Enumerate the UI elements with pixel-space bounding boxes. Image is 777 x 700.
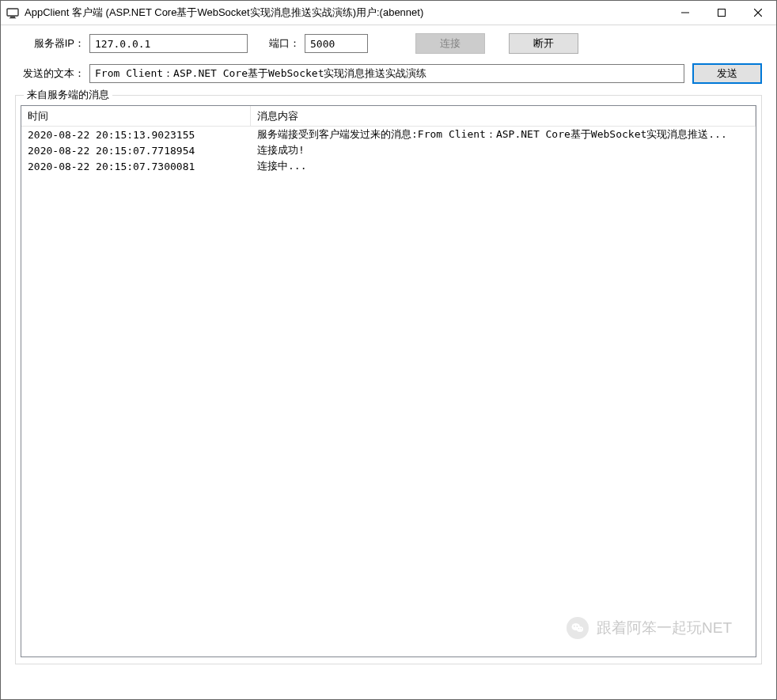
svg-point-11 (578, 628, 579, 629)
watermark-text: 跟着阿笨一起玩NET (597, 618, 732, 638)
svg-rect-0 (7, 9, 18, 16)
cell-time: 2020-08-22 20:15:13.9023155 (21, 129, 251, 141)
app-icon (6, 6, 20, 20)
column-message-header[interactable]: 消息内容 (251, 106, 756, 126)
connect-button: 连接 (415, 33, 485, 54)
server-ip-input[interactable] (89, 34, 248, 53)
wechat-icon (567, 617, 589, 639)
svg-point-10 (577, 626, 578, 627)
port-input[interactable] (305, 34, 368, 53)
listview-header: 时间 消息内容 (21, 106, 756, 127)
cell-message: 连接中... (251, 159, 756, 173)
list-item[interactable]: 2020-08-22 20:15:07.7300081 连接中... (21, 158, 756, 174)
send-row: 发送的文本： 发送 (15, 63, 762, 84)
groupbox-legend: 来自服务端的消息 (24, 88, 112, 102)
send-button[interactable]: 发送 (692, 63, 762, 84)
close-button[interactable] (740, 1, 776, 25)
svg-point-9 (574, 626, 575, 627)
column-time-header[interactable]: 时间 (21, 106, 251, 126)
server-ip-label: 服务器IP： (15, 36, 85, 51)
list-item[interactable]: 2020-08-22 20:15:13.9023155 服务端接受到客户端发过来… (21, 127, 756, 142)
maximize-button[interactable] (703, 1, 740, 25)
cell-message: 连接成功! (251, 143, 756, 157)
watermark: 跟着阿笨一起玩NET (567, 617, 732, 639)
send-text-label: 发送的文本： (15, 66, 85, 81)
window-controls (667, 1, 776, 25)
window-titlebar: AppClient 客户端 (ASP.NET Core基于WebSocket实现… (1, 1, 776, 25)
disconnect-button[interactable]: 断开 (509, 33, 578, 54)
minimize-button[interactable] (667, 1, 703, 25)
cell-time: 2020-08-22 20:15:07.7718954 (21, 145, 251, 157)
svg-point-8 (577, 626, 583, 632)
window-title: AppClient 客户端 (ASP.NET Core基于WebSocket实现… (25, 6, 667, 20)
svg-rect-4 (718, 9, 726, 17)
cell-time: 2020-08-22 20:15:07.7300081 (21, 161, 251, 172)
svg-rect-1 (10, 17, 15, 18)
listview-body: 2020-08-22 20:15:13.9023155 服务端接受到客户端发过来… (21, 127, 756, 174)
messages-listview[interactable]: 时间 消息内容 2020-08-22 20:15:13.9023155 服务端接… (21, 105, 756, 657)
client-area: 服务器IP： 端口： 连接 断开 发送的文本： 发送 来自服务端的消息 时间 消… (1, 25, 776, 674)
send-text-input[interactable] (89, 64, 684, 83)
cell-message: 服务端接受到客户端发过来的消息:From Client：ASP.NET Core… (251, 127, 756, 142)
port-label: 端口： (252, 36, 300, 51)
list-item[interactable]: 2020-08-22 20:15:07.7718954 连接成功! (21, 142, 756, 158)
svg-point-12 (581, 628, 582, 629)
messages-groupbox: 来自服务端的消息 时间 消息内容 2020-08-22 20:15:13.902… (15, 95, 762, 664)
connection-row: 服务器IP： 端口： 连接 断开 (15, 33, 762, 54)
svg-rect-2 (9, 17, 16, 18)
